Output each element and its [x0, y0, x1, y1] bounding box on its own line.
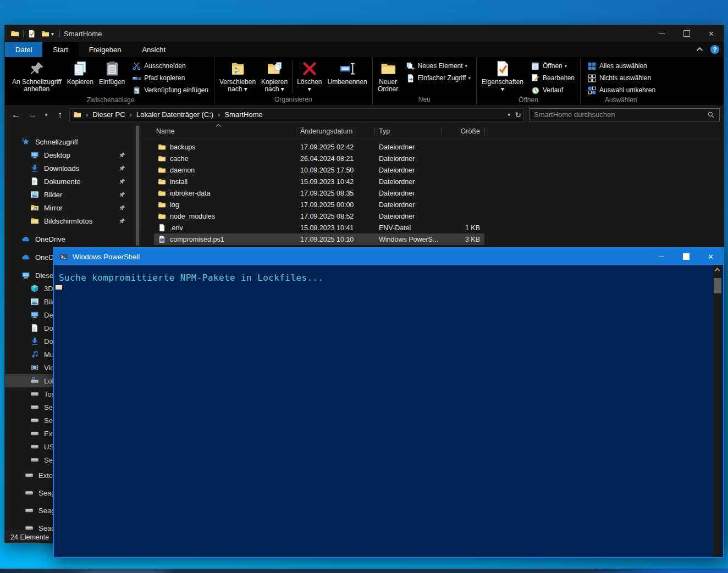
ribbon-button-an-schnellzugriff-anheften[interactable]: An Schnellzugriffanheften	[9, 58, 64, 93]
ribbon-button-kopieren-nach[interactable]: Kopierennach ▾	[258, 58, 290, 93]
app-folder-icon	[10, 29, 19, 38]
sidebar-item-mirror[interactable]: Mirror	[5, 201, 135, 214]
ribbon-button-verlauf[interactable]: Verlauf	[528, 84, 577, 96]
column-separator[interactable]	[374, 127, 375, 136]
column-separator[interactable]	[484, 127, 485, 136]
column-separator[interactable]	[296, 127, 296, 136]
console-output[interactable]: Suche kompromittierte NPM-Pakete in Lock…	[55, 265, 722, 557]
tab-start[interactable]: Start	[42, 42, 78, 57]
pinned-icon	[119, 204, 126, 212]
ribbon-group-label: Öffnen	[479, 96, 578, 105]
tab-datei[interactable]: Datei	[5, 42, 42, 57]
ribbon-button-bearbeiten[interactable]: Bearbeiten	[528, 72, 577, 84]
sidebar-item-onedrive[interactable]: OneDrive	[5, 232, 135, 246]
collapse-ribbon-icon[interactable]	[697, 47, 703, 53]
taskbar[interactable]	[0, 569, 728, 573]
ribbon-button-pfad-kopieren[interactable]: W...Pfad kopieren	[130, 72, 211, 84]
breadcrumb-chevron-icon: ›	[86, 110, 88, 119]
small-button-stack: Neues Element▾Einfacher Zugriff▾	[401, 58, 474, 84]
tab-ansicht[interactable]: Ansicht	[131, 42, 176, 57]
file-row-iobroker-data[interactable]: iobroker-data17.09.2025 08:35Dateiordner	[154, 187, 484, 199]
sidebar-item-bildschirmfotos[interactable]: Bildschirmfotos	[5, 214, 135, 227]
ribbon-button-alles-ausw-hlen[interactable]: Alles auswählen	[585, 60, 658, 72]
ps-maximize-button[interactable]	[674, 248, 698, 265]
sidebar-item-downloads[interactable]: Downloads	[5, 162, 135, 175]
ps-minimize-button[interactable]	[649, 248, 674, 265]
sidebar-item-desktop[interactable]: Desktop	[5, 148, 135, 162]
sidebar-item-schnellzugriff[interactable]: Schnellzugriff	[5, 135, 135, 148]
qat-properties-icon[interactable]	[27, 30, 36, 38]
file-type: Dateiordner	[374, 166, 442, 174]
tab-freigeben[interactable]: Freigeben	[79, 42, 132, 57]
ribbon-button-l-schen[interactable]: Löschen▾	[294, 58, 324, 93]
pinned-icon	[119, 165, 126, 172]
column-header-gr-e[interactable]: Größe	[442, 127, 484, 135]
scroll-up-icon[interactable]	[715, 268, 720, 274]
ribbon-button-einfacher-zugriff[interactable]: Einfacher Zugriff▾	[404, 72, 473, 84]
file-name-cell: .env	[154, 224, 296, 232]
minimize-button[interactable]	[649, 25, 674, 42]
forward-button[interactable]: →	[25, 108, 40, 121]
copy-to-icon	[266, 60, 283, 77]
file-row-env[interactable]: .env15.09.2023 10:41ENV-Datei1 KB	[154, 222, 484, 233]
refresh-icon[interactable]: ↻	[515, 110, 521, 119]
column-separator[interactable]	[442, 127, 442, 136]
ribbon-button-umbenennen[interactable]: Umbenennen	[325, 58, 370, 86]
ribbon-button-ffnen[interactable]: Öffnen▾	[528, 60, 577, 72]
maximize-button[interactable]	[674, 25, 699, 42]
sidebar-item-label: Schnellzugriff	[35, 138, 78, 146]
breadcrumb-item-dieser-pc[interactable]: Dieser PC	[92, 110, 125, 119]
console-cursor	[56, 285, 62, 290]
back-button[interactable]: ←	[9, 108, 23, 121]
ribbon-button-ausschneiden[interactable]: Ausschneiden	[130, 60, 211, 72]
console-scrollbar[interactable]	[713, 265, 722, 557]
delete-icon	[301, 60, 318, 77]
column-header-nderungsdatum[interactable]: Änderungsdatum	[296, 127, 374, 135]
ribbon-button-kopieren[interactable]: Kopieren	[64, 58, 96, 86]
file-type: Dateiordner	[374, 213, 442, 220]
file-row-daemon[interactable]: daemon10.09.2025 17:50Dateiordner	[154, 164, 484, 176]
dropdown-chevron-icon: ▾	[468, 75, 471, 81]
small-button-stack: Öffnen▾BearbeitenVerlauf	[526, 58, 578, 96]
breadcrumb-item-smarthome[interactable]: SmartHome	[224, 110, 262, 119]
file-row-log[interactable]: log17.09.2025 00:00Dateiordner	[154, 199, 484, 210]
address-dropdown-chevron-icon[interactable]: ▾	[508, 112, 510, 118]
qat-customize-chevron-icon[interactable]: ▾	[51, 31, 54, 37]
ribbon-button-neues-element[interactable]: Neues Element▾	[404, 60, 473, 72]
qat-new-folder-icon[interactable]	[41, 30, 49, 38]
file-row-backups[interactable]: backups17.09.2025 02:42Dateiordner	[154, 141, 484, 153]
recent-locations-chevron-icon[interactable]: ▾	[42, 108, 51, 121]
file-row-cache[interactable]: cache26.04.2024 08:21Dateiordner	[154, 153, 484, 164]
svg-text:W...: W...	[133, 77, 137, 80]
ribbon-button-neuer-ordner[interactable]: NeuerOrdner	[375, 58, 401, 93]
help-icon[interactable]: ?	[710, 45, 719, 54]
button-label: Löschen▾	[297, 79, 322, 93]
file-row-node-modules[interactable]: node_modules17.09.2025 08:52Dateiordner	[154, 210, 484, 222]
ps-close-button[interactable]: ✕	[698, 248, 723, 265]
breadcrumb[interactable]: ›Dieser PC›Lokaler Datenträger (C:)›Smar…	[69, 108, 524, 121]
search-input[interactable]	[530, 110, 707, 119]
close-button[interactable]: ✕	[699, 25, 724, 42]
sidebar-item-label: OneDrive	[35, 235, 65, 243]
ribbon-button-eigenschaften[interactable]: Eigenschaften▾	[479, 58, 526, 93]
paste-icon	[104, 60, 120, 77]
scrollbar-thumb[interactable]	[714, 278, 721, 293]
folder-icon	[158, 212, 166, 220]
breadcrumb-item-lokaler-datentr-ger-c[interactable]: Lokaler Datenträger (C:)	[136, 110, 213, 119]
file-date: 17.09.2025 10:10	[296, 236, 374, 243]
file-type: Dateiordner	[374, 143, 442, 151]
ribbon-button-verkn-pfung-einf-gen[interactable]: Verknüpfung einfügen	[130, 84, 211, 96]
ribbon-button-auswahl-umkehren[interactable]: Auswahl umkehren	[585, 84, 658, 96]
up-button[interactable]: ↑	[53, 108, 67, 121]
file-row-compromised-ps1[interactable]: compromised.ps117.09.2025 10:10Windows P…	[154, 233, 484, 245]
file-row-install[interactable]: install15.09.2023 10:42Dateiordner	[154, 176, 484, 187]
pinned-icon	[119, 178, 126, 185]
sidebar-item-bilder[interactable]: Bilder	[5, 188, 135, 201]
ribbon-button-einf-gen[interactable]: Einfügen	[96, 58, 128, 86]
sidebar-item-dokumente[interactable]: Dokumente	[5, 175, 135, 188]
file-name-cell: log	[154, 201, 296, 209]
button-label: An Schnellzugriffanheften	[12, 79, 62, 93]
ribbon-button-nichts-ausw-hlen[interactable]: Nichts auswählen	[585, 72, 658, 84]
column-header-typ[interactable]: Typ	[374, 127, 442, 135]
ribbon-button-verschieben-nach[interactable]: Verschiebennach ▾	[217, 58, 258, 93]
